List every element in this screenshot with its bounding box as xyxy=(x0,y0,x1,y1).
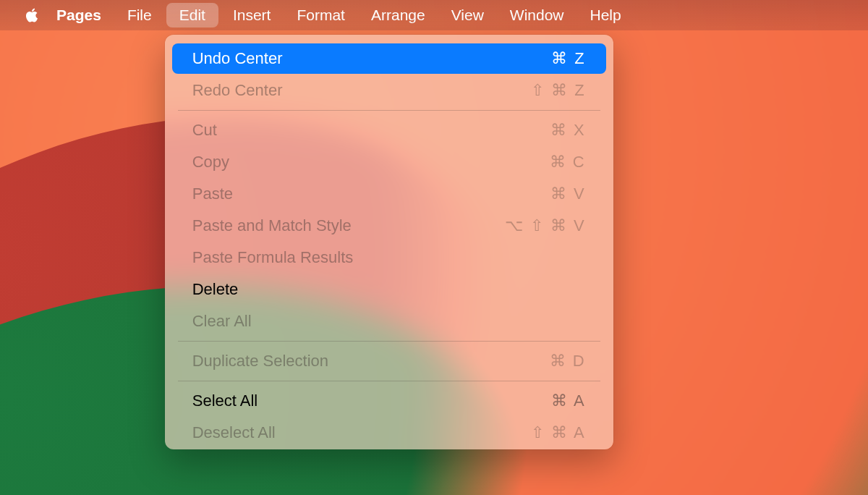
menu-item-label: Delete xyxy=(192,280,239,299)
menu-item-shortcut: ⌘ X xyxy=(550,121,586,140)
menubar-item-view[interactable]: View xyxy=(438,0,497,30)
menu-item-duplicate-selection: Duplicate Selection⌘ D xyxy=(172,346,606,376)
menubar-item-edit[interactable]: Edit xyxy=(166,3,218,28)
menu-item-shortcut: ⌥ ⇧ ⌘ V xyxy=(505,216,586,235)
menu-item-label: Clear All xyxy=(192,312,252,331)
menu-item-label: Duplicate Selection xyxy=(192,352,328,371)
menu-item-label: Copy xyxy=(192,153,229,172)
menu-item-shortcut: ⌘ Z xyxy=(551,49,586,68)
menu-item-paste-and-match-style: Paste and Match Style⌥ ⇧ ⌘ V xyxy=(172,211,606,241)
menu-separator xyxy=(178,110,600,111)
menu-item-shortcut: ⌘ A xyxy=(551,392,586,410)
menu-item-select-all[interactable]: Select All⌘ A xyxy=(172,386,606,416)
menu-item-cut: Cut⌘ X xyxy=(172,115,606,145)
menu-item-shortcut: ⌘ V xyxy=(550,185,586,203)
menu-item-copy: Copy⌘ C xyxy=(172,147,606,177)
menu-item-shortcut: ⇧ ⌘ Z xyxy=(531,81,586,100)
menu-separator xyxy=(178,381,600,381)
menubar-item-insert[interactable]: Insert xyxy=(220,0,284,30)
menubar-item-window[interactable]: Window xyxy=(497,0,577,30)
menu-item-label: Undo Center xyxy=(192,49,283,68)
menu-item-label: Deselect All xyxy=(192,423,276,442)
menu-edit-dropdown: Undo Center⌘ ZRedo Center⇧ ⌘ ZCut⌘ XCopy… xyxy=(165,35,613,449)
menu-item-shortcut: ⌘ C xyxy=(550,153,586,172)
menu-item-label: Select All xyxy=(192,392,258,410)
menu-item-label: Redo Center xyxy=(192,81,283,100)
menu-item-label: Paste xyxy=(192,185,233,203)
menu-item-shortcut: ⇧ ⌘ A xyxy=(531,423,586,442)
menu-item-label: Paste Formula Results xyxy=(192,248,354,267)
menu-item-paste-formula-results: Paste Formula Results xyxy=(172,242,606,273)
menu-item-delete[interactable]: Delete xyxy=(172,274,606,305)
menu-item-paste: Paste⌘ V xyxy=(172,179,606,209)
menu-item-clear-all: Clear All xyxy=(172,306,606,337)
apple-menu-icon[interactable] xyxy=(25,7,39,24)
menubar-app-name[interactable]: Pages xyxy=(56,0,114,30)
menubar-item-format[interactable]: Format xyxy=(284,0,358,30)
menubar-item-arrange[interactable]: Arrange xyxy=(358,0,438,30)
menubar-item-file[interactable]: File xyxy=(114,0,165,30)
desktop-background: Pages FileEditInsertFormatArrangeViewWin… xyxy=(0,0,868,495)
menu-item-label: Paste and Match Style xyxy=(192,216,352,235)
menu-separator xyxy=(178,341,600,342)
menu-item-deselect-all: Deselect All⇧ ⌘ A xyxy=(172,418,606,448)
menubar: Pages FileEditInsertFormatArrangeViewWin… xyxy=(0,0,868,30)
menu-item-label: Cut xyxy=(192,121,217,140)
menu-item-redo-center: Redo Center⇧ ⌘ Z xyxy=(172,75,606,106)
menu-item-shortcut: ⌘ D xyxy=(550,352,586,371)
menubar-item-help[interactable]: Help xyxy=(577,0,634,30)
menu-item-undo-center[interactable]: Undo Center⌘ Z xyxy=(172,43,606,74)
